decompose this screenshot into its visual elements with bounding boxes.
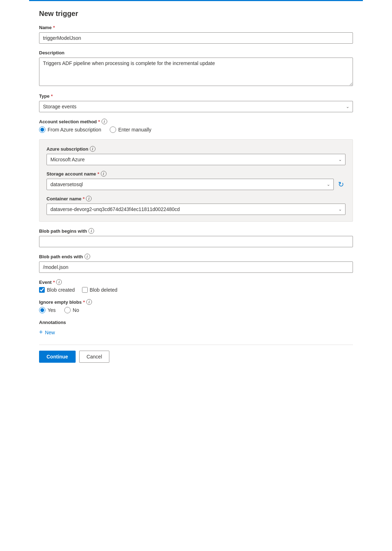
blob-deleted-checkbox[interactable]	[82, 287, 88, 293]
radio-ignore-no[interactable]: No	[64, 307, 79, 313]
storage-account-info-icon[interactable]: i	[101, 171, 107, 177]
radio-from-azure[interactable]: From Azure subscription	[39, 126, 101, 133]
account-selection-label: Account selection method * i	[39, 119, 353, 124]
radio-yes-label: Yes	[48, 307, 56, 313]
radio-ignore-no-input[interactable]	[64, 307, 71, 313]
checkbox-blob-deleted[interactable]: Blob deleted	[82, 287, 118, 293]
cancel-button[interactable]: Cancel	[79, 351, 110, 363]
type-field-group: Type * Storage events Schedule Tumbling …	[39, 93, 353, 112]
account-required-star: *	[98, 119, 100, 124]
radio-no-label: No	[73, 307, 79, 313]
event-label: Event * i	[39, 279, 353, 285]
panel-title: New trigger	[39, 10, 353, 18]
type-select[interactable]: Storage events Schedule Tumbling window	[39, 101, 353, 112]
name-field-group: Name *	[39, 25, 353, 44]
description-field-group: Description Triggers ADF pipeline when p…	[39, 50, 353, 87]
blob-begins-label: Blob path begins with i	[39, 228, 353, 234]
radio-from-azure-input[interactable]	[39, 126, 45, 133]
type-select-wrapper: Storage events Schedule Tumbling window …	[39, 101, 353, 112]
storage-account-required-star: *	[97, 171, 99, 177]
description-label: Description	[39, 50, 353, 55]
event-checkbox-group: Blob created Blob deleted	[39, 287, 353, 293]
radio-ignore-yes-input[interactable]	[39, 307, 45, 313]
event-info-icon[interactable]: i	[56, 279, 62, 285]
footer-buttons: Continue Cancel	[39, 345, 353, 363]
event-required-star: *	[53, 280, 55, 285]
account-info-icon[interactable]: i	[102, 119, 107, 124]
blob-ends-info-icon[interactable]: i	[85, 254, 90, 259]
azure-subscription-select-wrapper: Microsoft Azure ⌄	[47, 154, 345, 165]
blob-begins-info-icon[interactable]: i	[88, 228, 94, 234]
azure-subscription-field-group: Azure subscription i Microsoft Azure ⌄	[47, 146, 345, 165]
ignore-required-star: *	[83, 299, 85, 305]
name-label: Name *	[39, 25, 353, 30]
blob-created-label: Blob created	[47, 287, 75, 293]
radio-from-azure-label: From Azure subscription	[48, 127, 101, 133]
storage-account-select-wrapper: dataversetosql ⌄	[47, 179, 334, 190]
storage-account-select-with-refresh: dataversetosql ⌄ ↻	[47, 179, 345, 190]
azure-subscription-info-icon[interactable]: i	[90, 146, 96, 152]
annotations-section: Annotations + New	[39, 320, 353, 337]
storage-account-label: Storage account name * i	[47, 171, 345, 177]
container-info-icon[interactable]: i	[86, 196, 92, 201]
new-annotation-label: New	[45, 330, 55, 335]
blob-ends-field-group: Blob path ends with i	[39, 254, 353, 273]
blob-begins-field-group: Blob path begins with i	[39, 228, 353, 247]
container-select[interactable]: dataverse-devorg2-unq3cd674d243f4ec11811…	[47, 204, 345, 215]
radio-enter-manually-input[interactable]	[110, 126, 116, 133]
ignore-empty-field-group: Ignore empty blobs * i Yes No	[39, 299, 353, 313]
plus-icon: +	[39, 329, 43, 336]
radio-enter-manually-label: Enter manually	[118, 127, 151, 133]
storage-account-select[interactable]: dataversetosql	[47, 179, 334, 190]
ignore-empty-label: Ignore empty blobs * i	[39, 299, 353, 305]
blob-ends-label: Blob path ends with i	[39, 254, 353, 259]
name-required-star: *	[53, 25, 55, 30]
container-field-group: Container name * i dataverse-devorg2-unq…	[47, 196, 345, 215]
ignore-radio-group: Yes No	[39, 307, 353, 313]
account-selection-radio-group: From Azure subscription Enter manually	[39, 126, 353, 133]
storage-account-refresh-button[interactable]: ↻	[337, 180, 345, 189]
blob-ends-input[interactable]	[39, 261, 353, 273]
radio-ignore-yes[interactable]: Yes	[39, 307, 56, 313]
blob-deleted-label: Blob deleted	[90, 287, 118, 293]
storage-account-field-group: Storage account name * i dataversetosql …	[47, 171, 345, 190]
ignore-info-icon[interactable]: i	[86, 299, 92, 305]
new-annotation-button[interactable]: + New	[39, 327, 55, 337]
account-selection-field-group: Account selection method * i From Azure …	[39, 119, 353, 133]
type-required-star: *	[51, 93, 53, 99]
event-field-group: Event * i Blob created Blob deleted	[39, 279, 353, 293]
azure-subscription-label: Azure subscription i	[47, 146, 345, 152]
name-input[interactable]	[39, 32, 353, 44]
refresh-icon: ↻	[338, 180, 344, 189]
type-label: Type *	[39, 93, 353, 99]
blob-begins-input[interactable]	[39, 236, 353, 247]
blob-created-checkbox[interactable]	[39, 287, 45, 293]
azure-subscription-select[interactable]: Microsoft Azure	[47, 154, 345, 165]
description-input[interactable]: Triggers ADF pipeline when processing is…	[39, 58, 353, 86]
azure-sub-section: Azure subscription i Microsoft Azure ⌄ S…	[39, 139, 353, 222]
container-required-star: *	[83, 196, 85, 201]
container-label: Container name * i	[47, 196, 345, 201]
continue-button[interactable]: Continue	[39, 351, 76, 363]
checkbox-blob-created[interactable]: Blob created	[39, 287, 75, 293]
container-select-wrapper: dataverse-devorg2-unq3cd674d243f4ec11811…	[47, 204, 345, 215]
radio-enter-manually[interactable]: Enter manually	[110, 126, 151, 133]
annotations-label: Annotations	[39, 320, 353, 325]
